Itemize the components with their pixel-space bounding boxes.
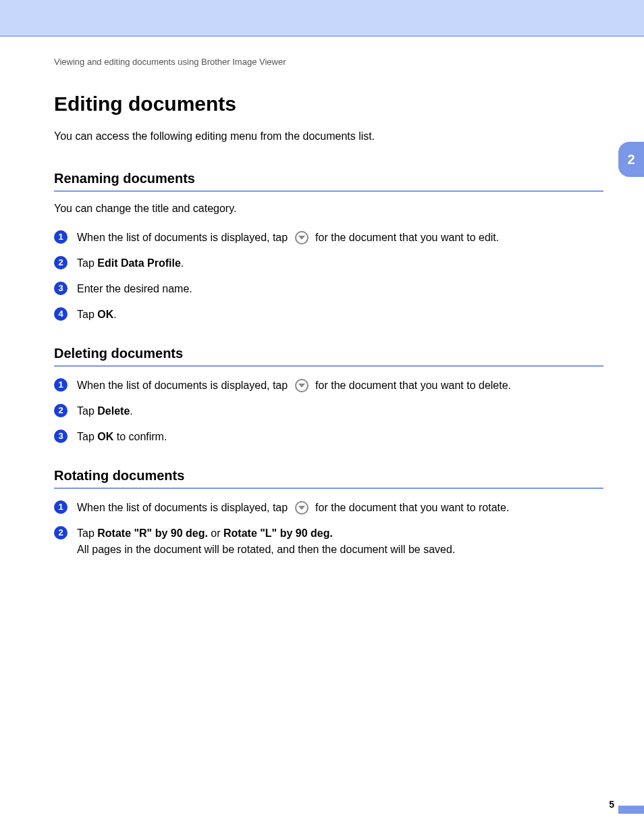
step-number-icon: 2 — [54, 256, 68, 269]
page-content: Viewing and editing documents using Brot… — [0, 36, 644, 558]
dropdown-circle-icon — [295, 501, 308, 515]
step-number-icon: 1 — [54, 378, 68, 392]
step-number-icon: 3 — [54, 429, 68, 443]
step-number-icon: 3 — [54, 282, 68, 295]
text-fragment: to confirm. — [113, 431, 167, 442]
renaming-subtext: You can change the title and category. — [54, 203, 603, 215]
text-fragment: All pages in the document will be rotate… — [77, 544, 455, 555]
text-fragment: for the document that you want to edit. — [315, 232, 499, 243]
text-fragment: Tap — [77, 257, 97, 269]
step-number-icon: 2 — [54, 404, 68, 417]
text-fragment: . — [181, 257, 184, 269]
step-number-icon: 4 — [54, 307, 68, 321]
page-title: Editing documents — [54, 93, 603, 115]
list-item: 3 Enter the desired name. — [54, 281, 603, 297]
text-fragment: or — [208, 527, 223, 539]
dropdown-circle-icon — [295, 379, 308, 392]
step-text: Tap Rotate "R" by 90 deg. or Rotate "L" … — [77, 525, 603, 558]
text-fragment: Tap — [77, 405, 97, 417]
step-text: When the list of documents is displayed,… — [77, 377, 603, 394]
step-text: Tap OK. — [77, 307, 603, 323]
text-fragment: When the list of documents is displayed,… — [77, 380, 291, 391]
list-item: 1 When the list of documents is displaye… — [54, 500, 603, 516]
step-number-icon: 1 — [54, 500, 68, 514]
text-fragment-bold: Rotate "R" by 90 deg. — [97, 527, 208, 539]
step-number-icon: 2 — [54, 526, 68, 540]
text-fragment: When the list of documents is displayed,… — [77, 502, 291, 513]
text-fragment: for the document that you want to delete… — [315, 380, 511, 391]
text-fragment: Tap — [77, 431, 97, 442]
top-banner — [0, 0, 644, 36]
list-item: 3 Tap OK to confirm. — [54, 429, 603, 445]
step-number-icon: 1 — [54, 230, 68, 244]
chapter-tab: 2 — [618, 142, 644, 177]
list-item: 1 When the list of documents is displaye… — [54, 230, 603, 246]
text-fragment-bold: Rotate "L" by 90 deg. — [223, 527, 333, 539]
text-fragment: . — [113, 309, 116, 320]
step-text: Tap OK to confirm. — [77, 429, 603, 445]
dropdown-circle-icon — [295, 231, 308, 244]
list-item: 2 Tap Rotate "R" by 90 deg. or Rotate "L… — [54, 525, 603, 558]
step-text: Enter the desired name. — [77, 281, 603, 297]
section-heading-renaming: Renaming documents — [54, 171, 603, 192]
step-text: Tap Delete. — [77, 403, 603, 419]
list-item: 2 Tap Edit Data Profile. — [54, 255, 603, 271]
text-fragment-bold: OK — [97, 309, 113, 320]
page-number: 5 — [609, 799, 614, 810]
text-fragment: . — [130, 405, 132, 417]
text-fragment: Tap — [77, 527, 97, 539]
text-fragment: When the list of documents is displayed,… — [77, 232, 291, 243]
text-fragment-bold: OK — [97, 431, 113, 442]
section-heading-rotating: Rotating documents — [54, 468, 603, 489]
list-item: 2 Tap Delete. — [54, 403, 603, 419]
text-fragment-bold: Edit Data Profile — [97, 257, 181, 269]
text-fragment: Tap — [77, 309, 97, 320]
text-fragment-bold: Delete — [97, 405, 130, 417]
intro-text: You can access the following editing men… — [54, 130, 603, 142]
renaming-steps: 1 When the list of documents is displaye… — [54, 230, 603, 323]
list-item: 1 When the list of documents is displaye… — [54, 377, 603, 394]
step-text: Tap Edit Data Profile. — [77, 255, 603, 271]
breadcrumb: Viewing and editing documents using Brot… — [54, 57, 603, 67]
rotating-steps: 1 When the list of documents is displaye… — [54, 500, 603, 558]
list-item: 4 Tap OK. — [54, 307, 603, 323]
deleting-steps: 1 When the list of documents is displaye… — [54, 377, 603, 445]
step-text: When the list of documents is displayed,… — [77, 500, 603, 516]
step-text: When the list of documents is displayed,… — [77, 230, 603, 246]
footer-accent — [618, 806, 644, 814]
section-heading-deleting: Deleting documents — [54, 346, 603, 367]
text-fragment: for the document that you want to rotate… — [315, 502, 509, 513]
